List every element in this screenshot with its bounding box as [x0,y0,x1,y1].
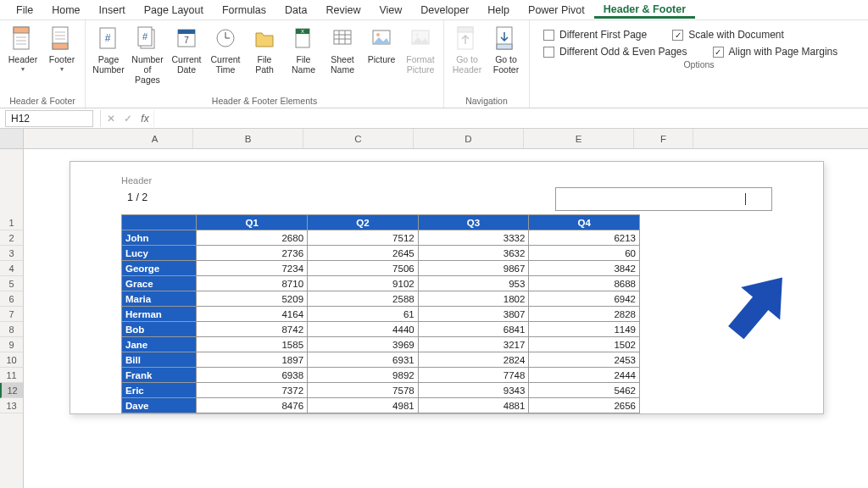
menu-home[interactable]: Home [42,2,89,19]
row-header[interactable]: 1 [0,215,23,230]
data-cell[interactable]: 1897 [197,352,308,368]
name-cell[interactable]: Bob [122,322,197,337]
cancel-formula-icon[interactable]: ✕ [103,113,120,125]
page-number-button[interactable]: #PageNumber [91,24,126,75]
data-cell[interactable]: 4981 [308,398,419,413]
sheet-name-button[interactable]: SheetName [325,24,360,75]
menu-power-pivot[interactable]: Power Pivot [519,2,594,19]
menu-developer[interactable]: Developer [411,2,478,19]
data-cell[interactable]: 6931 [308,352,419,368]
row-header[interactable]: 6 [0,291,23,307]
data-cell[interactable]: 60 [529,246,640,261]
menu-file[interactable]: File [7,2,42,19]
data-cell[interactable]: 8710 [197,276,308,291]
data-cell[interactable]: 2736 [197,246,308,261]
data-cell[interactable]: 3842 [529,261,640,276]
go-to-footer-button[interactable]: Go to Footer [488,24,524,75]
data-cell[interactable]: 2453 [529,352,640,368]
data-cell[interactable]: 9892 [308,368,419,383]
header-right-section[interactable] [555,187,772,211]
row-header[interactable]: 13 [0,398,23,413]
header-button[interactable]: Header ▾ [5,24,41,73]
name-cell[interactable]: Grace [122,276,197,291]
table-header-cell[interactable]: Q3 [418,215,529,230]
menu-header-footer[interactable]: Header & Footer [594,1,695,19]
header-center-section[interactable] [338,187,555,211]
data-cell[interactable]: 3807 [418,307,529,322]
row-header[interactable]: 8 [0,322,23,337]
select-all-triangle[interactable] [0,129,23,149]
footer-button[interactable]: Footer ▾ [44,24,80,73]
menu-view[interactable]: View [370,2,411,19]
data-cell[interactable]: 4881 [418,398,529,413]
data-cell[interactable]: 3969 [308,337,419,352]
menu-review[interactable]: Review [316,2,370,19]
data-cell[interactable]: 8688 [529,276,640,291]
data-cell[interactable]: 7578 [308,383,419,398]
number-of-pages-button[interactable]: #NumberofPages [130,24,165,85]
row-header[interactable]: 2 [0,230,23,246]
formula-input[interactable] [153,110,868,127]
name-cell[interactable]: Frank [122,368,197,383]
name-cell[interactable]: George [122,261,197,276]
data-cell[interactable]: 8742 [197,322,308,337]
data-cell[interactable]: 3217 [418,337,529,352]
table-header-cell[interactable]: Q1 [197,215,308,230]
data-cell[interactable]: 2444 [529,368,640,383]
file-name-button[interactable]: XFileName [286,24,321,75]
column-header[interactable]: A [117,129,193,148]
enter-formula-icon[interactable]: ✓ [120,113,136,125]
menu-data[interactable]: Data [275,2,316,19]
data-cell[interactable]: 2824 [418,352,529,368]
data-cell[interactable]: 3332 [418,230,529,246]
data-cell[interactable]: 1502 [529,337,640,352]
data-cell[interactable]: 6841 [418,322,529,337]
different-first-page-checkbox[interactable]: Different First Page [543,29,647,41]
data-cell[interactable]: 61 [308,307,419,322]
column-header[interactable]: C [303,129,414,148]
data-cell[interactable]: 7512 [308,230,419,246]
data-cell[interactable]: 953 [418,276,529,291]
name-cell[interactable]: Eric [122,383,197,398]
table-header-cell[interactable]: Q2 [308,215,419,230]
data-cell[interactable]: 9867 [418,261,529,276]
data-cell[interactable]: 1149 [529,322,640,337]
data-cell[interactable]: 9102 [308,276,419,291]
different-odd-even-checkbox[interactable]: Different Odd & Even Pages [543,46,687,58]
name-cell[interactable]: Lucy [122,246,197,261]
menu-help[interactable]: Help [478,2,519,19]
name-cell[interactable]: Dave [122,398,197,413]
row-header[interactable]: 7 [0,307,23,322]
data-cell[interactable]: 1585 [197,337,308,352]
data-cell[interactable]: 4164 [197,307,308,322]
row-header[interactable]: 12 [0,383,23,398]
column-header[interactable]: E [524,129,634,148]
row-header[interactable]: 4 [0,261,23,276]
grid[interactable]: ABCDEF Header 1 / 2 Q1Q2Q3Q4 John2680751… [24,129,868,488]
row-header[interactable]: 3 [0,246,23,261]
name-cell[interactable]: Herman [122,307,197,322]
menu-formulas[interactable]: Formulas [213,2,275,19]
data-cell[interactable]: 2656 [529,398,640,413]
data-cell[interactable]: 1802 [418,291,529,307]
row-header[interactable]: 5 [0,276,23,291]
data-cell[interactable]: 7506 [308,261,419,276]
name-cell[interactable]: Bill [122,352,197,368]
menu-page-layout[interactable]: Page Layout [135,2,213,19]
current-time-button[interactable]: CurrentTime [208,24,243,75]
data-cell[interactable]: 6938 [197,368,308,383]
row-header[interactable]: 11 [0,368,23,383]
column-header[interactable]: D [414,129,524,148]
name-box[interactable]: H12 [5,110,93,127]
menu-insert[interactable]: Insert [90,2,135,19]
picture-button[interactable]: Picture [364,24,399,64]
name-cell[interactable]: Maria [122,291,197,307]
name-cell[interactable]: John [122,230,197,246]
file-path-button[interactable]: FilePath [247,24,282,75]
data-cell[interactable]: 7372 [197,383,308,398]
name-cell[interactable]: Jane [122,337,197,352]
data-cell[interactable]: 8476 [197,398,308,413]
data-cell[interactable]: 2645 [308,246,419,261]
data-cell[interactable]: 9343 [418,383,529,398]
row-header[interactable]: 10 [0,352,23,368]
